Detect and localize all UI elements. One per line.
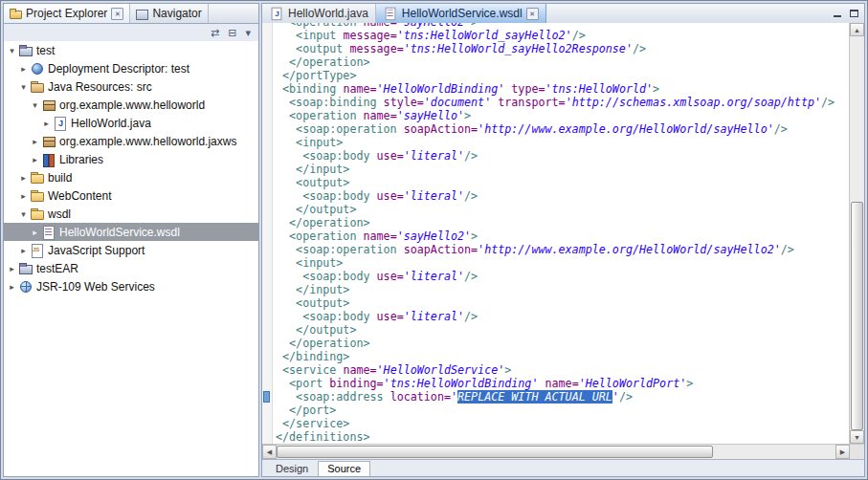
tree-item-helloworld-java[interactable]: ▸HelloWorld.java <box>4 114 258 132</box>
expand-arrow-icon[interactable]: ▸ <box>6 264 18 273</box>
code-line[interactable]: <binding name='HelloWorldBinding' type='… <box>276 82 849 96</box>
code-line[interactable]: <soap:body use='literal'/> <box>276 149 849 163</box>
code-line[interactable]: </portType> <box>276 69 849 82</box>
tree-item-deployment-descriptor-test[interactable]: ▸Deployment Descriptor: test <box>4 59 258 77</box>
code-token-value: 'sayHello2' <box>397 229 471 243</box>
code-line[interactable]: <operation name='sayHello2'> <box>276 229 849 243</box>
code-area[interactable]: <operation name='sayHello2'> <input mess… <box>273 23 849 444</box>
code-line[interactable]: <input> <box>276 136 849 149</box>
horizontal-scroll-track[interactable] <box>277 445 835 459</box>
code-line[interactable]: </input> <box>276 283 849 296</box>
tab-project-explorer[interactable]: Project Explorer ✕ <box>4 4 130 23</box>
tree-item-test[interactable]: ▾test <box>4 41 258 59</box>
vertical-scroll-thumb[interactable] <box>851 202 863 430</box>
code-token-tag: <output> <box>276 296 349 310</box>
close-icon[interactable]: ✕ <box>526 8 539 20</box>
collapse-arrow-icon[interactable]: ▾ <box>6 46 18 55</box>
code-line[interactable]: <soap:body use='literal'/> <box>276 189 849 203</box>
tree-item-java-resources-src[interactable]: ▾Java Resources: src <box>4 77 258 96</box>
vertical-scroll-track[interactable] <box>850 36 864 430</box>
eclipse-workbench: Project Explorer ✕ Navigator ⇄⊟▾ ▾test▸D… <box>0 0 868 480</box>
code-line[interactable]: <soap:operation soapAction='http://www.e… <box>276 122 849 136</box>
horizontal-scrollbar[interactable]: ◀ ▶ <box>262 444 850 459</box>
tree-item-jsr-109-web-services[interactable]: ▸JSR-109 Web Services <box>4 277 258 295</box>
code-line[interactable]: </input> <box>276 163 849 176</box>
view-menu-icon[interactable]: ▾ <box>245 28 251 38</box>
library-icon <box>41 153 56 166</box>
code-line[interactable]: <output> <box>276 176 849 189</box>
expand-arrow-icon[interactable]: ▸ <box>17 173 30 183</box>
code-line[interactable]: <port binding='tns:HelloWorldBinding' na… <box>276 377 849 390</box>
code-line[interactable]: </output> <box>276 203 849 216</box>
code-line[interactable]: <input message='tns:HelloWorld_sayHello2… <box>276 29 849 42</box>
expand-arrow-icon[interactable]: ▸ <box>29 228 41 237</box>
code-line[interactable]: </service> <box>276 417 849 430</box>
scroll-down-icon[interactable]: ▼ <box>850 430 864 444</box>
minimize-icon[interactable] <box>833 9 843 18</box>
code-token-tag: </input> <box>276 283 349 296</box>
horizontal-scroll-thumb[interactable] <box>277 446 713 458</box>
code-token-tag: <output> <box>276 176 349 189</box>
expand-arrow-icon[interactable]: ▸ <box>29 137 41 146</box>
code-token-attr: location= <box>390 390 451 404</box>
expand-arrow-icon[interactable]: ▸ <box>29 155 41 164</box>
code-line[interactable]: </operation> <box>276 337 849 350</box>
code-token-tag: /> <box>619 390 633 404</box>
collapse-arrow-icon[interactable]: ▾ <box>17 209 30 219</box>
tree-item-javascript-support[interactable]: ▸JavaScript Support <box>4 241 258 259</box>
expand-arrow-icon[interactable]: ▸ <box>6 282 18 292</box>
tree-item-build[interactable]: ▸build <box>4 168 258 186</box>
editor-gutter[interactable] <box>262 23 273 444</box>
collapse-all-icon[interactable]: ⊟ <box>228 28 236 38</box>
expand-arrow-icon[interactable]: ▸ <box>40 119 53 128</box>
maximize-icon[interactable] <box>849 9 859 18</box>
link-with-editor-icon[interactable]: ⇄ <box>211 28 219 38</box>
code-token-value: 'literal' <box>404 310 464 323</box>
tree-item-org-example-www-helloworld-jaxws[interactable]: ▸org.example.www.helloworld.jaxws <box>4 132 258 150</box>
code-line[interactable]: <output message='tns:HelloWorld_sayHello… <box>276 42 849 55</box>
vertical-scrollbar[interactable]: ▲ ▼ <box>849 23 864 444</box>
expand-arrow-icon[interactable]: ▸ <box>17 191 30 201</box>
code-line[interactable]: </operation> <box>276 55 849 69</box>
code-line[interactable]: <service name='HelloWorldService'> <box>276 363 849 377</box>
scroll-left-icon[interactable]: ◀ <box>262 445 277 459</box>
tree-item-webcontent[interactable]: ▸WebContent <box>4 186 258 205</box>
tree-item-wsdl[interactable]: ▾wsdl <box>4 205 258 223</box>
wsdl-file-icon <box>384 8 397 20</box>
tree-item-org-example-www-helloworld[interactable]: ▾org.example.www.helloworld <box>4 96 258 114</box>
scroll-right-icon[interactable]: ▶ <box>835 445 850 459</box>
web-services-icon <box>18 280 33 294</box>
code-line[interactable]: </definitions> <box>276 430 849 444</box>
code-line-selected[interactable]: <soap:address location='REPLACE WITH ACT… <box>276 390 849 404</box>
code-line[interactable]: <output> <box>276 296 849 310</box>
tab-helloworldservice-wsdl[interactable]: HelloWorldService.wsdl ✕ <box>376 4 546 23</box>
code-line[interactable]: </output> <box>276 323 849 337</box>
code-line[interactable]: <input> <box>276 256 849 270</box>
tree-item-helloworldservice-wsdl[interactable]: ▸HelloWorldService.wsdl <box>4 223 258 241</box>
tree-item-testear[interactable]: ▸testEAR <box>4 259 258 277</box>
code-line[interactable]: <soap:operation soapAction='http://www.e… <box>276 243 849 256</box>
code-line[interactable]: <soap:body use='literal'/> <box>276 310 849 323</box>
tree-item-label: org.example.www.helloworld.jaxws <box>59 135 242 148</box>
code-line[interactable]: </port> <box>276 404 849 417</box>
tree-item-libraries[interactable]: ▸Libraries <box>4 150 258 168</box>
collapse-arrow-icon[interactable]: ▾ <box>17 82 30 92</box>
code-line[interactable]: </operation> <box>276 216 849 229</box>
expand-arrow-icon[interactable]: ▸ <box>17 246 30 255</box>
code-line[interactable]: <soap:binding style='document' transport… <box>276 96 849 109</box>
code-line[interactable]: <soap:body use='literal'/> <box>276 270 849 283</box>
scroll-up-icon[interactable]: ▲ <box>850 23 864 36</box>
editor-body: <operation name='sayHello2'> <input mess… <box>262 23 864 444</box>
tree-item-label: HelloWorldService.wsdl <box>59 226 186 239</box>
collapse-arrow-icon[interactable]: ▾ <box>29 100 41 110</box>
tab-navigator[interactable]: Navigator <box>130 4 208 23</box>
code-line[interactable]: <operation name='sayHello'> <box>276 109 849 122</box>
expand-arrow-icon[interactable]: ▸ <box>17 64 30 74</box>
tab-source[interactable]: Source <box>318 461 370 476</box>
close-icon[interactable]: ✕ <box>111 8 123 20</box>
tab-helloworld-java[interactable]: HelloWorld.java <box>262 4 376 23</box>
code-line[interactable]: </binding> <box>276 350 849 363</box>
tab-design[interactable]: Design <box>266 461 318 476</box>
folder-icon <box>30 189 45 203</box>
code-token-value: 'http://schemas.xmlsoap.org/soap/http' <box>566 96 821 109</box>
